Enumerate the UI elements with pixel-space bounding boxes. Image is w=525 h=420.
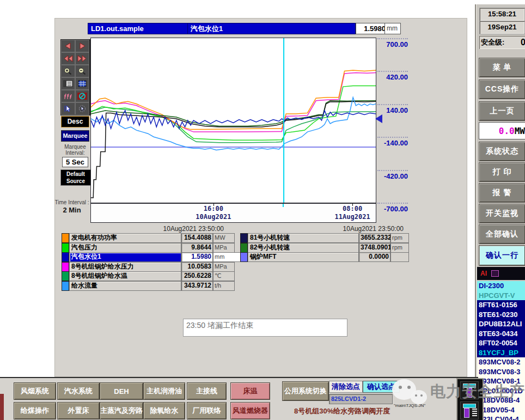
pen-name-cell[interactable]: 发电机有功功率 xyxy=(69,233,181,243)
mini-trend-icon[interactable] xyxy=(460,381,479,399)
pen-color-swatch xyxy=(62,262,69,272)
bottom-button-汽水系统[interactable]: 汽水系统 xyxy=(57,382,100,400)
sidebar-button-开关监视[interactable]: 开关监视 xyxy=(479,204,525,223)
legend-left-timestamp: 10Aug2021 23:50:00 xyxy=(142,225,224,233)
dual-cursor-button[interactable] xyxy=(75,102,89,115)
pen-name-cell[interactable]: 81号小机转速 xyxy=(248,233,359,243)
tag-list-item[interactable]: 8FT61-0156 xyxy=(477,300,525,310)
tag-list-item[interactable]: 8TE61-0230 xyxy=(477,310,525,320)
trend-source-box[interactable]: LD1.out.sample xyxy=(88,23,188,34)
pen-name-cell[interactable]: 汽包水位1 xyxy=(69,252,181,262)
bottom-button-厂用联络[interactable]: 厂用联络 xyxy=(187,402,227,419)
bottom-button-DEH[interactable]: DEH xyxy=(100,382,143,400)
sidebar-button-报 警[interactable]: 报 警 xyxy=(479,183,525,203)
tag-list-item[interactable]: 823LCV04-4 xyxy=(477,415,525,420)
bottom-button-除氧给水[interactable]: 除氧给水 xyxy=(143,402,185,419)
x-tick-time: 08:00 xyxy=(322,205,382,213)
pen-color-swatch xyxy=(240,252,248,262)
pen-unit-cell: MW xyxy=(213,233,235,243)
pen-disable-button[interactable] xyxy=(75,90,89,102)
power-readout: 0.0MW xyxy=(479,122,525,139)
x-tick-date: 11Aug2021 xyxy=(322,213,382,221)
sidebar-button-系统状态[interactable]: 系统状态 xyxy=(479,142,525,161)
bottom-button-主蒸汽及旁路[interactable]: 主蒸汽及旁路 xyxy=(100,402,143,419)
page-forward-button[interactable] xyxy=(75,52,89,65)
tag-list-item[interactable]: 893MCV08-3 xyxy=(477,367,525,377)
common-system-switch-button[interactable]: 公用系统切换 xyxy=(282,381,329,401)
tag-list-item[interactable]: 8FT02-0054 xyxy=(477,338,525,348)
sidebar-button-全部确认[interactable]: 全部确认 xyxy=(479,224,525,244)
table-view-button[interactable] xyxy=(75,77,89,90)
pen-name-cell[interactable]: 8号机组锅炉给水压力 xyxy=(69,262,181,272)
sidebar-button-菜 单[interactable]: 菜 单 xyxy=(479,58,525,77)
clear-point-button[interactable]: 清除选点 xyxy=(329,381,363,393)
confirm-point-button[interactable]: 确认选点 xyxy=(363,381,400,393)
step-back-button[interactable] xyxy=(61,40,75,52)
tag-list-item[interactable]: 8TE63-0434 xyxy=(477,329,525,339)
pen-style-button[interactable] xyxy=(61,90,75,102)
window-path-text: "main\TJQS-JN" xyxy=(394,403,425,408)
pen-value-cell: 3655.2332 xyxy=(359,233,390,243)
page-back-button[interactable] xyxy=(61,52,75,65)
tag-list-item[interactable]: 893MCV08-1 xyxy=(477,376,525,386)
y-axis-label: 140.00 xyxy=(377,106,408,114)
tag-list-item[interactable]: 893MCV08-2 xyxy=(477,357,525,367)
list-view-button[interactable] xyxy=(61,77,75,90)
operator-annotation[interactable]: 23:50 堵漏工作结束 xyxy=(183,319,347,337)
bottom-button-外置床[interactable]: 外置床 xyxy=(57,402,100,419)
tag-list-item[interactable]: HPCGVT-V xyxy=(477,291,525,301)
tag-list-item[interactable]: 8PL01-0001D xyxy=(477,386,525,396)
pen-value-cell: 10.0583 xyxy=(181,262,213,272)
pen-unit-cell: rpm xyxy=(390,233,409,243)
tag-list-item[interactable]: DI-2300 xyxy=(477,281,525,291)
pen-value-marker-icon[interactable] xyxy=(375,114,382,123)
selected-tag-field[interactable]: 825LCVD1-2 xyxy=(329,394,393,404)
pen-value-cell: 3748.0901 xyxy=(359,243,390,253)
pen-color-swatch xyxy=(240,243,248,253)
ai-status-row: AI xyxy=(477,267,525,280)
pen-name-cell[interactable]: 8号机组锅炉给水温 xyxy=(69,271,181,281)
x-tick-time: 16:00 xyxy=(184,205,243,213)
trend-plot-area[interactable] xyxy=(90,38,376,203)
trend-y-axis: 700.00420.00140.00-140.00-420.00-700.00 xyxy=(377,38,410,228)
marquee-button[interactable]: Marquee xyxy=(61,130,89,142)
pen-color-swatch xyxy=(62,281,69,291)
selected-pen-box[interactable]: 汽包水位1 xyxy=(187,23,356,34)
pen-value-cell: 343.9712 xyxy=(181,281,213,291)
clock-time: 15:58:21 xyxy=(479,8,525,21)
pen-unit-cell: ℃ xyxy=(213,271,235,281)
bottom-button-风烟系统[interactable]: 风烟系统 xyxy=(14,382,56,400)
zoom-in-button[interactable] xyxy=(61,65,75,77)
confirm-line-button[interactable]: 确认一行 xyxy=(479,245,525,266)
step-forward-button[interactable] xyxy=(75,40,89,52)
sidebar-button-打 印[interactable]: 打 印 xyxy=(479,162,525,182)
bottom-button-床温[interactable]: 床温 xyxy=(230,382,270,400)
pen-name-cell[interactable]: 给水流量 xyxy=(69,281,181,291)
pen-name-cell[interactable]: 锅炉MFT xyxy=(248,252,359,262)
screen-edge-strip xyxy=(0,394,4,420)
cursor-icon xyxy=(63,105,74,113)
sidebar-button-CCS操作[interactable]: CCS操作 xyxy=(479,80,525,99)
tag-list-item[interactable]: DPU8B12ALI xyxy=(477,319,525,329)
default-source-button[interactable]: Default Source xyxy=(60,169,91,186)
bottom-button-主机润滑油[interactable]: 主机润滑油 xyxy=(143,382,185,400)
pen-name-cell[interactable]: 汽包压力 xyxy=(69,243,181,253)
tag-list-item[interactable]: 818DV05-4 xyxy=(477,405,525,415)
marquee-interval-value[interactable]: 5 Sec xyxy=(62,157,88,167)
sidebar-button-上一页[interactable]: 上一页 xyxy=(479,101,525,121)
cursor-button[interactable] xyxy=(61,102,75,115)
tag-list-item[interactable]: 818DV08B-4 xyxy=(477,395,525,405)
security-level-value: 0 xyxy=(521,36,525,49)
pen-name-cell[interactable]: 82号小机转速 xyxy=(248,243,359,253)
bottom-button-给煤操作[interactable]: 给煤操作 xyxy=(14,402,56,419)
bottom-button-主接线[interactable]: 主接线 xyxy=(187,382,227,400)
y-gridline xyxy=(377,104,408,105)
tag-list-item[interactable]: 81YCFJ_BP xyxy=(477,348,525,358)
mini-list-icon[interactable] xyxy=(460,401,479,419)
step-back-icon xyxy=(63,42,74,50)
zoom-out-button[interactable] xyxy=(75,65,89,77)
desc-button[interactable]: Desc xyxy=(61,116,89,127)
bottom-button-风道燃烧器[interactable]: 风道燃烧器 xyxy=(230,402,270,419)
bottom-nav-bar: 公用系统切换 清除选点 确认选点 825LCVD1-2 8号机组30%给水旁路调… xyxy=(0,377,478,420)
x-axis-tick-1: 08:0011Aug2021 xyxy=(322,205,382,221)
